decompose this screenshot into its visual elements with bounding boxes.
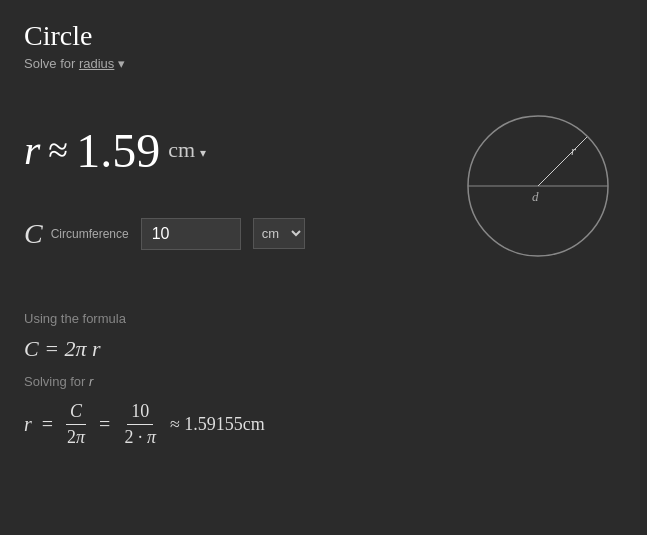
solution-line: r = C 2π = 10 2 · π ≈ 1.59155cm xyxy=(24,401,623,448)
solve-for-link[interactable]: radius xyxy=(79,56,114,71)
numeric-numerator: 10 xyxy=(127,401,153,425)
circle-diagram: r d xyxy=(453,101,623,271)
circumference-input[interactable] xyxy=(141,218,241,250)
approx-symbol: ≈ xyxy=(48,129,68,171)
using-formula-label: Using the formula xyxy=(24,311,623,326)
solving-label: Solving for r xyxy=(24,374,623,389)
unit-select[interactable]: cm m mm in ft xyxy=(253,218,305,249)
circumference-text: Circumference xyxy=(51,227,129,241)
solving-variable: r xyxy=(89,374,93,389)
result-section: r ≈ 1.59 cm ▾ C Circumference cm m mm in… xyxy=(24,101,623,271)
circumference-label: C Circumference xyxy=(24,218,129,250)
page-title: Circle xyxy=(24,20,623,52)
fraction-numerator: C xyxy=(66,401,86,425)
result-left: r ≈ 1.59 cm ▾ C Circumference cm m mm in… xyxy=(24,123,305,250)
result-variable: r xyxy=(24,126,40,174)
solve-for-arrow: ▾ xyxy=(118,56,125,71)
c-symbol: C xyxy=(24,218,43,250)
numeric-denominator: 2 · π xyxy=(120,425,160,448)
fraction-denominator: 2π xyxy=(63,425,89,448)
formula-section: Using the formula C = 2π r Solving for r… xyxy=(24,301,623,448)
formula-display: C = 2π r xyxy=(24,336,623,362)
fraction-numeric: 10 2 · π xyxy=(120,401,160,448)
solve-for-label: Solve for xyxy=(24,56,75,71)
result-unit: cm ▾ xyxy=(168,137,206,163)
result-value: r ≈ 1.59 cm ▾ xyxy=(24,123,305,178)
svg-text:d: d xyxy=(532,189,539,204)
result-number: 1.59 xyxy=(76,123,160,178)
svg-line-2 xyxy=(538,137,587,186)
svg-text:r: r xyxy=(571,143,577,158)
solve-for-line: Solve for radius ▾ xyxy=(24,56,623,71)
input-row: C Circumference cm m mm in ft xyxy=(24,218,305,250)
numeric-result: ≈ 1.59155cm xyxy=(170,414,265,435)
fraction-c-2pi: C 2π xyxy=(63,401,89,448)
